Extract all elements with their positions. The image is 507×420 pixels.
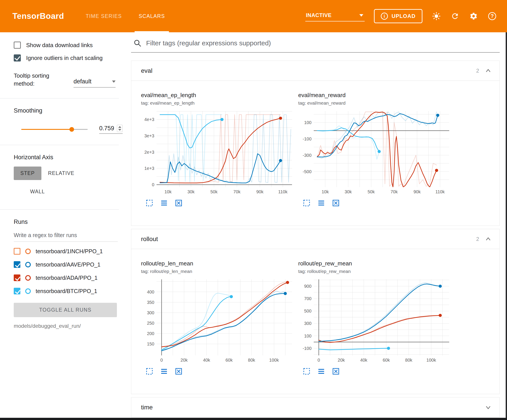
svg-text:2e+3: 2e+3 (144, 150, 154, 155)
fit-domain-button[interactable] (175, 367, 183, 375)
brightness-icon[interactable] (432, 12, 441, 21)
filter-tags-input[interactable] (146, 39, 456, 47)
smoothing-value-box (99, 125, 123, 134)
svg-text:500: 500 (304, 309, 311, 313)
section-title: eval (141, 67, 152, 74)
toggle-all-runs-button[interactable]: TOGGLE ALL RUNS (14, 303, 117, 317)
fit-domain-button[interactable] (332, 367, 340, 375)
chart-tag: tag: rollout/ep_rew_mean (298, 269, 453, 274)
run-color-swatch[interactable] (25, 289, 31, 294)
svg-text:110k: 110k (436, 189, 445, 194)
show-download-links-checkbox[interactable] (14, 41, 21, 49)
run-row-btc: tensorboard/BTC/PPO_1 (14, 285, 131, 297)
status-dropdown[interactable]: INACTIVE (305, 11, 365, 21)
tab-time-series[interactable]: TIME SERIES (77, 0, 130, 32)
tooltip-sorting-row: Tooltip sorting method: default (14, 72, 131, 88)
smoothing-stepper[interactable] (117, 125, 123, 132)
expand-chart-button[interactable] (303, 367, 311, 375)
svg-text:90k: 90k (414, 189, 421, 194)
section-time: time (131, 397, 500, 418)
run-color-swatch[interactable] (25, 262, 31, 267)
settings-icon[interactable] (469, 12, 478, 21)
section-eval-header[interactable]: eval 2 (131, 61, 500, 81)
section-eval-body: eval/mean_ep_length tag: eval/mean_ep_le… (131, 81, 500, 226)
section-rollout-header[interactable]: rollout 2 (131, 229, 500, 249)
svg-text:100: 100 (304, 120, 311, 125)
run-checkbox[interactable] (14, 275, 20, 281)
expand-chart-button[interactable] (303, 199, 311, 207)
smoothing-value-input[interactable] (99, 125, 117, 132)
svg-text:0: 0 (317, 358, 320, 363)
horizontal-scrollbar[interactable] (0, 418, 507, 420)
data-table-button[interactable] (317, 199, 325, 207)
info-icon: i (381, 13, 388, 20)
axis-wall-button[interactable]: WALL (23, 185, 52, 198)
help-icon[interactable]: ? (487, 12, 497, 21)
axis-relative-button[interactable]: RELATIVE (41, 166, 81, 180)
svg-text:200: 200 (147, 331, 154, 336)
chart-plot[interactable]: 020k40k60k80k100k-100100300500700900 (298, 277, 451, 363)
section-title: rollout (141, 235, 158, 243)
data-table-button[interactable] (160, 199, 168, 207)
upload-button[interactable]: i UPLOAD (374, 9, 422, 23)
svg-text:90k: 90k (256, 189, 264, 194)
svg-text:10k: 10k (164, 189, 172, 194)
svg-text:80k: 80k (405, 358, 412, 363)
svg-text:700: 700 (304, 296, 311, 301)
collapse-section-button[interactable] (484, 67, 492, 75)
expand-chart-button[interactable] (145, 199, 154, 207)
run-color-swatch[interactable] (25, 275, 31, 281)
tab-scalars[interactable]: SCALARS (130, 0, 173, 32)
chart-card-eval-mean-reward: eval/mean_reward tag: eval/mean_reward 1… (298, 92, 453, 207)
stepper-down-icon[interactable] (118, 129, 121, 131)
chart-toolbar (141, 199, 296, 207)
chart-plot[interactable]: 020k40k60k80k100k150200250300350400 (141, 277, 294, 363)
axis-step-button[interactable]: STEP (14, 166, 41, 180)
collapse-section-button[interactable] (484, 235, 492, 243)
chart-title: rollout/ep_len_mean (141, 260, 296, 267)
chart-toolbar (298, 367, 453, 375)
svg-text:4e+3: 4e+3 (144, 117, 154, 122)
chart-plot[interactable]: 10k30k50k70k90k110k01e+32e+33e+34e+3 (141, 108, 294, 195)
runs-filter-input[interactable] (14, 232, 118, 242)
svg-text:60k: 60k (225, 358, 233, 363)
section-rollout-body: rollout/ep_len_mean tag: rollout/ep_len_… (131, 249, 500, 394)
upload-button-label: UPLOAD (391, 13, 415, 19)
data-table-button[interactable] (160, 367, 168, 375)
vertical-scrollbar[interactable] (506, 32, 507, 420)
svg-text:100k: 100k (426, 358, 436, 363)
expand-chart-button[interactable] (145, 367, 154, 375)
status-dropdown-value: INACTIVE (306, 12, 331, 18)
svg-text:300: 300 (304, 321, 311, 326)
chart-card-eval-mean-ep-length: eval/mean_ep_length tag: eval/mean_ep_le… (141, 92, 296, 207)
section-time-header[interactable]: time (131, 397, 500, 417)
divider (0, 98, 119, 98)
smoothing-slider[interactable] (21, 129, 88, 130)
chart-toolbar (298, 199, 453, 207)
section-title: time (141, 404, 153, 411)
chart-title: eval/mean_reward (298, 92, 453, 99)
refresh-icon[interactable] (450, 12, 460, 21)
ignore-outliers-row: Ignore outliers in chart scaling (14, 55, 131, 62)
run-checkbox[interactable] (14, 288, 20, 294)
smoothing-slider-thumb[interactable] (69, 127, 74, 131)
fit-domain-button[interactable] (175, 199, 183, 207)
run-checkbox[interactable] (14, 261, 20, 268)
svg-text:-500: -500 (303, 169, 311, 174)
svg-text:3e+3: 3e+3 (144, 133, 154, 138)
ignore-outliers-checkbox[interactable] (14, 55, 21, 62)
chevron-down-icon (112, 81, 116, 83)
svg-text:60k: 60k (383, 358, 390, 363)
data-table-button[interactable] (317, 367, 325, 375)
tooltip-sorting-select[interactable]: default (73, 78, 116, 88)
run-color-swatch[interactable] (25, 248, 31, 254)
chart-plot[interactable]: 10k30k50k70k90k110k100-100-300-500 (298, 108, 451, 195)
svg-text:350: 350 (147, 300, 154, 305)
svg-text:20k: 20k (338, 358, 345, 363)
run-checkbox[interactable] (14, 248, 20, 255)
expand-section-button[interactable] (484, 404, 492, 411)
show-download-links-row: Show data download links (14, 41, 131, 49)
stepper-up-icon[interactable] (118, 126, 121, 128)
svg-text:-100: -100 (303, 346, 311, 351)
fit-domain-button[interactable] (332, 199, 340, 207)
